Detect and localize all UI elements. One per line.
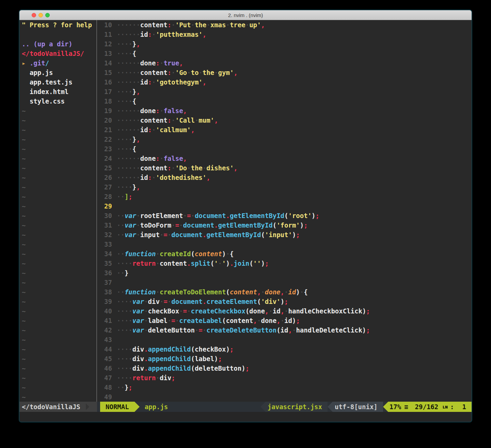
code-line[interactable]: 38··function·createToDoElement(content,·… bbox=[97, 287, 472, 297]
line-number: 23 bbox=[97, 144, 112, 154]
tree-item-index-html[interactable]: index.html bbox=[19, 87, 96, 96]
line-number: 40 bbox=[97, 306, 112, 316]
line-number: 31 bbox=[97, 220, 112, 230]
empty-buffer-tilde: ~ bbox=[19, 306, 96, 316]
code-line[interactable]: 42····var·deleteButton·=·createDeleteBut… bbox=[97, 325, 472, 335]
code-line[interactable]: 25······content:·'Do·the·dishes', bbox=[97, 163, 472, 173]
code-line[interactable]: 41····var·label·=·createLabel(content,·d… bbox=[97, 316, 472, 325]
code-line[interactable]: 27····}, bbox=[97, 182, 472, 192]
code-line[interactable]: 17····}, bbox=[97, 87, 472, 96]
code-line[interactable]: 20······content:·'Call·mum', bbox=[97, 115, 472, 125]
code-line[interactable]: 43 bbox=[97, 335, 472, 344]
code-text: ······id:·'putthexmas', bbox=[117, 30, 206, 39]
line-number: 39 bbox=[97, 297, 112, 306]
column-number: 1 bbox=[462, 403, 466, 411]
code-line[interactable]: 49 bbox=[97, 392, 472, 402]
empty-buffer-tilde: ~ bbox=[19, 373, 96, 383]
tree-item-app-js[interactable]: app.js bbox=[19, 68, 96, 77]
code-line[interactable]: 24······done:·false, bbox=[97, 154, 472, 163]
code-line[interactable]: 16······id:·'gotothegym', bbox=[97, 77, 472, 87]
empty-buffer-tilde: ~ bbox=[19, 240, 96, 249]
code-line[interactable]: 39····var·div·=·document.createElement('… bbox=[97, 297, 472, 306]
code-line[interactable]: 48··}; bbox=[97, 383, 472, 392]
statusline-right-group: javascript.jsx utf-8[unix] 17% ≡ 29/162 … bbox=[260, 402, 472, 412]
code-text: ····var·deleteButton·=·createDeleteButto… bbox=[117, 325, 370, 335]
code-text: ······content:·'Do·the·dishes', bbox=[117, 163, 238, 173]
line-number: 41 bbox=[97, 316, 112, 325]
line-number: 11 bbox=[97, 30, 112, 39]
code-line[interactable]: 10······content:·'Put·the·xmas·tree·up', bbox=[97, 20, 472, 30]
titlebar[interactable]: 2. nvim . (nvim) bbox=[19, 10, 472, 20]
empty-buffer-tilde: ~ bbox=[19, 220, 96, 230]
tree-item-app-test-js[interactable]: app.test.js bbox=[19, 77, 96, 87]
code-line[interactable]: 21······id:·'callmum', bbox=[97, 125, 472, 135]
code-line[interactable]: 46····div.appendChild(deleteButton); bbox=[97, 364, 472, 373]
code-line[interactable]: 12····}, bbox=[97, 39, 472, 49]
line-number: 10 bbox=[97, 20, 112, 30]
code-line[interactable]: 29 bbox=[97, 201, 472, 211]
code-line[interactable]: 31··var·toDoForm·=·document.getElementBy… bbox=[97, 220, 472, 230]
code-text: ······id:·'dothedishes', bbox=[117, 173, 210, 182]
code-line[interactable]: 36··} bbox=[97, 268, 472, 278]
code-text: ····}, bbox=[117, 182, 140, 192]
code-line[interactable]: 22····}, bbox=[97, 135, 472, 144]
code-line[interactable]: 47····return·div; bbox=[97, 373, 472, 383]
code-line[interactable]: 13····{ bbox=[97, 49, 472, 58]
code-line[interactable]: 23····{ bbox=[97, 144, 472, 154]
filetype-label: javascript.jsx bbox=[266, 402, 328, 412]
tree-root[interactable]: </todoVanillaJS/ bbox=[19, 49, 96, 58]
empty-buffer-tilde: ~ bbox=[19, 316, 96, 325]
code-line[interactable]: 19······done:·false, bbox=[97, 106, 472, 115]
scroll-percent: 17% bbox=[390, 403, 401, 411]
code-text: ····{ bbox=[117, 96, 136, 106]
empty-buffer-tilde: ~ bbox=[19, 335, 96, 344]
empty-buffer-tilde: ~ bbox=[19, 364, 96, 373]
code-line[interactable]: 14······done:·true, bbox=[97, 58, 472, 68]
code-line[interactable]: 26······id:·'dothedishes', bbox=[97, 173, 472, 182]
code-line[interactable]: 33 bbox=[97, 240, 472, 249]
code-line[interactable]: 11······id:·'putthexmas', bbox=[97, 30, 472, 39]
code-line[interactable]: 37 bbox=[97, 278, 472, 287]
filename-label: app.js bbox=[145, 402, 168, 412]
empty-buffer-tilde: ~ bbox=[19, 115, 96, 125]
powerline-arrow-right-icon bbox=[134, 402, 140, 412]
code-text: ····}, bbox=[117, 87, 140, 96]
code-line[interactable]: 34··function·createId(content)·{ bbox=[97, 249, 472, 259]
code-line[interactable]: 28··]; bbox=[97, 192, 472, 201]
code-line[interactable]: 44····div.appendChild(checkBox); bbox=[97, 344, 472, 354]
line-number: 37 bbox=[97, 278, 112, 287]
code-line[interactable]: 40····var·checkBox·=·createCheckbox(done… bbox=[97, 306, 472, 316]
code-line[interactable]: 35····return·content.split('·').join('')… bbox=[97, 259, 472, 268]
code-text: ······done:·false, bbox=[117, 154, 187, 163]
encoding-label: utf-8[unix] bbox=[333, 402, 383, 412]
empty-buffer-tilde: ~ bbox=[19, 182, 96, 192]
empty-buffer-tilde: ~ bbox=[19, 392, 96, 402]
line-number: 28 bbox=[97, 192, 112, 201]
powerline-arrow-left-icon bbox=[260, 402, 266, 412]
line-number-icon: ʟɴ bbox=[442, 404, 447, 410]
line-number: 38 bbox=[97, 287, 112, 297]
code-line[interactable]: 32··var·input·=·document.getElementById(… bbox=[97, 230, 472, 240]
code-line[interactable]: 30··var·rootElement·=·document.getElemen… bbox=[97, 211, 472, 220]
code-text: ······id:·'gotothegym', bbox=[117, 77, 206, 87]
code-text: ····var·checkBox·=·createCheckbox(done,·… bbox=[117, 306, 370, 316]
code-line[interactable]: 15······content:·'Go·to·the·gym', bbox=[97, 68, 472, 77]
terminal-window: 2. nvim . (nvim) " Press ? for help.. (u… bbox=[19, 10, 472, 422]
code-text: ····}, bbox=[117, 39, 140, 49]
code-text: ··function·createToDoElement(content,·do… bbox=[117, 287, 308, 297]
empty-buffer-tilde: ~ bbox=[19, 344, 96, 354]
empty-buffer-tilde: ~ bbox=[19, 354, 96, 364]
line-number: 18 bbox=[97, 96, 112, 106]
command-line[interactable] bbox=[19, 412, 472, 422]
tree-item-style-css[interactable]: style.css bbox=[19, 96, 96, 106]
line-number: 47 bbox=[97, 373, 112, 383]
line-number: 12 bbox=[97, 39, 112, 49]
lines-icon: ≡ bbox=[404, 403, 408, 411]
tree-item-git[interactable]: ▸ .git/ bbox=[19, 58, 96, 68]
code-line[interactable]: 18····{ bbox=[97, 96, 472, 106]
line-number: 17 bbox=[97, 87, 112, 96]
code-text: ··var·input·=·document.getElementById('i… bbox=[117, 230, 300, 240]
tree-up-dir[interactable]: .. (up a dir) bbox=[19, 39, 96, 49]
code-line[interactable]: 45····div.appendChild(label); bbox=[97, 354, 472, 364]
line-number: 33 bbox=[97, 240, 112, 249]
